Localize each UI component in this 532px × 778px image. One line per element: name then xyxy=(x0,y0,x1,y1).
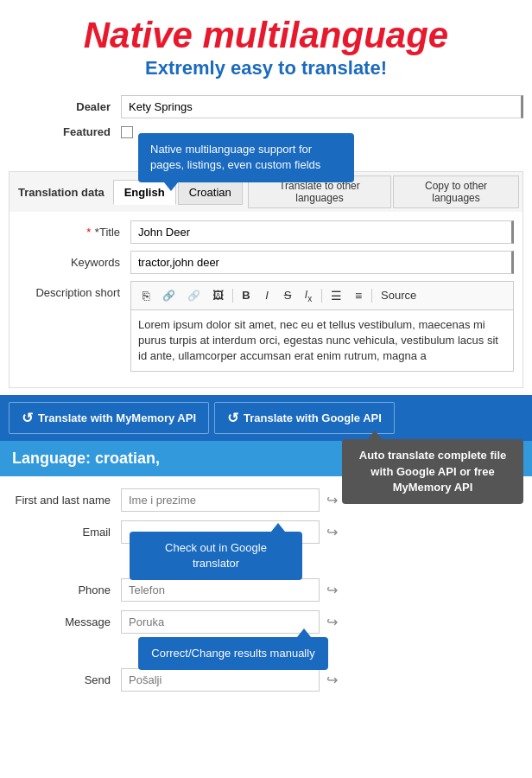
editor-toolbar: ⎘ 🔗 🔗 🖼 B I S Ix xyxy=(130,281,514,309)
message-row: Message ↪ Correct/Change results manuall… xyxy=(9,610,523,634)
google-translator-tooltip: Check out in Google translator xyxy=(130,532,302,580)
mymemory-label: Translate with MyMemory API xyxy=(38,411,196,424)
featured-row: Featured Native multilanguage support fo… xyxy=(9,125,523,138)
correct-tooltip: Correct/Change results manually xyxy=(138,637,328,670)
description-row: Description short ⎘ 🔗 🔗 🖼 xyxy=(18,281,514,372)
firstname-link-icon[interactable]: ↪ xyxy=(326,492,338,508)
translation-section-label: Translation data xyxy=(10,181,113,204)
ordered-list-btn[interactable]: ☰ xyxy=(326,286,347,305)
google-icon: ↺ xyxy=(227,410,238,426)
email-link-icon[interactable]: ↪ xyxy=(326,524,338,540)
title-label: *Title xyxy=(18,226,130,239)
send-row: Send ↪ xyxy=(9,668,523,692)
tab-croatian[interactable]: Croatian xyxy=(178,180,243,205)
firstname-input[interactable] xyxy=(121,488,320,512)
title-input[interactable] xyxy=(130,220,514,244)
featured-label: Featured xyxy=(9,125,121,138)
lang-tabs: English Croatian xyxy=(113,180,244,205)
send-link-icon[interactable]: ↪ xyxy=(326,672,338,688)
main-title: Native multilanguage xyxy=(9,16,523,55)
clearformat-btn[interactable]: Ix xyxy=(299,285,318,306)
copy-to-other-btn[interactable]: Copy to other languages xyxy=(393,175,519,208)
dealer-input[interactable] xyxy=(121,95,523,118)
phone-link-icon[interactable]: ↪ xyxy=(326,582,338,598)
featured-checkbox[interactable] xyxy=(121,126,133,138)
phone-input[interactable] xyxy=(121,578,320,602)
firstname-label: First and last name xyxy=(9,494,121,507)
lang-bar-text: Language: croatian, xyxy=(12,450,160,467)
message-input[interactable] xyxy=(121,610,320,634)
page-header: Native multilanguage Extremly easy to tr… xyxy=(0,0,532,88)
toolbar-separator-2 xyxy=(321,289,322,303)
title-row: *Title xyxy=(18,220,514,244)
google-api-btn[interactable]: ↺ Translate with Google API xyxy=(214,402,395,434)
email-label: Email xyxy=(9,526,121,539)
phone-row: Phone ↪ xyxy=(9,578,523,602)
toolbar-separator-1 xyxy=(232,289,233,303)
send-input[interactable] xyxy=(121,668,320,692)
auto-translate-tooltip: Auto translate complete file with Google… xyxy=(342,439,523,504)
source-btn[interactable]: Source xyxy=(376,286,421,304)
italic-btn[interactable]: I xyxy=(257,286,276,304)
image-btn[interactable]: 🖼 xyxy=(207,286,229,304)
google-label: Translate with Google API xyxy=(244,411,382,424)
desc-label: Description short xyxy=(18,281,130,299)
message-link-icon[interactable]: ↪ xyxy=(326,614,338,630)
send-label: Send xyxy=(9,673,121,686)
dealer-row: Dealer xyxy=(9,95,523,118)
language-bar: Language: croatian, Auto translate compl… xyxy=(0,441,532,476)
editor-body[interactable]: Lorem ipsum dolor sit amet, nec eu et te… xyxy=(130,309,514,373)
translation-fields: *Title Keywords Description short ⎘ 🔗 xyxy=(9,212,523,388)
main-subtitle: Extremly easy to translate! xyxy=(9,57,523,80)
keywords-label: Keywords xyxy=(18,256,130,269)
mymemory-icon: ↺ xyxy=(22,410,33,426)
keywords-input[interactable] xyxy=(130,251,514,274)
copy-btn[interactable]: ⎘ xyxy=(136,286,155,305)
link-btn[interactable]: 🔗 xyxy=(157,286,180,304)
croatian-section: First and last name ↪ Email ↪ Check out … xyxy=(0,476,532,709)
unlink-btn[interactable]: 🔗 xyxy=(182,286,206,304)
email-row: Email ↪ Check out in Google translator xyxy=(9,520,523,544)
multilang-tooltip: Native multilanguage support for pages, … xyxy=(138,133,354,182)
phone-label: Phone xyxy=(9,584,121,596)
strike-btn[interactable]: S xyxy=(278,286,297,304)
dealer-label: Dealer xyxy=(9,100,121,113)
toolbar-separator-3 xyxy=(371,289,372,303)
api-buttons-bar: ↺ Translate with MyMemory API ↺ Translat… xyxy=(0,395,532,441)
message-label: Message xyxy=(9,615,121,628)
mymemory-api-btn[interactable]: ↺ Translate with MyMemory API xyxy=(9,402,209,434)
keywords-row: Keywords xyxy=(18,251,514,274)
bold-btn[interactable]: B xyxy=(237,286,256,304)
form-area: Dealer Featured Native multilanguage sup… xyxy=(0,88,532,395)
unordered-list-btn[interactable]: ≡ xyxy=(349,286,368,305)
